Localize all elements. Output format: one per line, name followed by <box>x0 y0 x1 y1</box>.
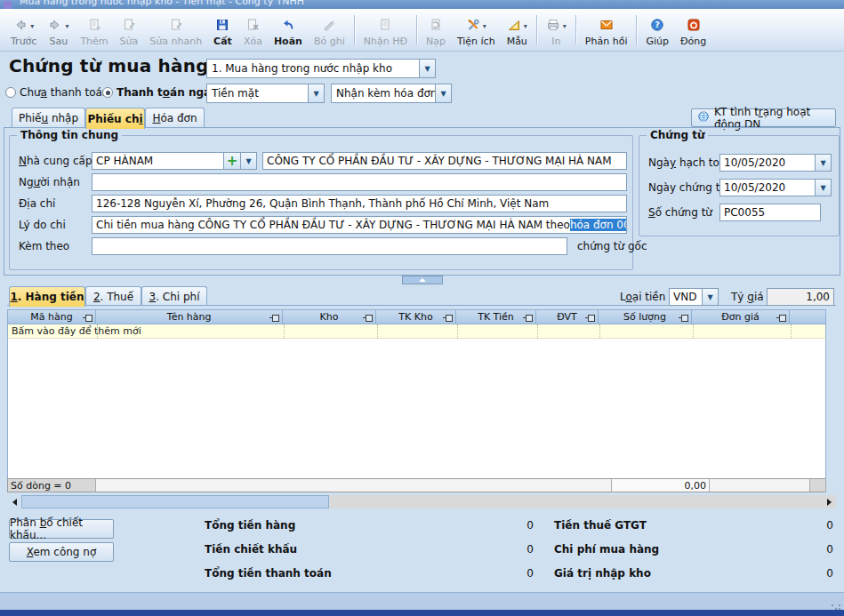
allocate-discount-button[interactable]: Phân bổ chiết khấu... <box>9 519 114 539</box>
reason-input[interactable]: Chi tiền mua hàng CÔNG TY CỔ PHẦN ĐẦU TƯ… <box>92 216 627 234</box>
chevron-down-icon[interactable]: ▾ <box>483 22 486 30</box>
check-business-status-button[interactable]: KT tình trạng hoạt động DN <box>691 108 836 127</box>
chevron-down-icon[interactable]: ▾ <box>65 22 68 30</box>
chevron-down-icon[interactable]: ▼ <box>815 155 831 171</box>
collapse-splitter-handle[interactable] <box>402 276 443 284</box>
scroll-left-button[interactable] <box>7 495 21 508</box>
pin-icon[interactable] <box>366 315 373 322</box>
summary-corner-cell <box>810 478 826 492</box>
tab-label: 2. Thuế <box>93 291 133 303</box>
resize-grip[interactable] <box>832 604 833 606</box>
add-supplier-plus-icon[interactable]: + <box>223 153 240 169</box>
page-title: Chứng từ mua hàng <box>9 55 209 76</box>
toolbar-button-close[interactable]: Đóng <box>675 11 711 49</box>
voucher-type-select[interactable]: 1. Mua hàng trong nước nhập kho ▼ <box>206 59 436 78</box>
pin-icon[interactable] <box>779 315 786 322</box>
chevron-down-icon[interactable]: ▼ <box>308 84 324 102</box>
supplier-combo[interactable]: CP HÀNAM + ▼ <box>92 152 257 170</box>
column-header-don-gia[interactable]: Đơn giá <box>692 309 790 324</box>
column-header-dvt[interactable]: ĐVT <box>536 309 599 324</box>
pin-icon[interactable] <box>681 315 688 322</box>
back-arrow-icon <box>13 18 28 35</box>
toolbar-button-help[interactable]: ? Giúp <box>640 11 674 49</box>
add-document-icon <box>87 18 101 35</box>
pin-icon[interactable] <box>446 315 453 322</box>
posting-date-picker[interactable]: 10/05/2020 ▼ <box>719 154 832 172</box>
tab-phieu-chi[interactable]: Phiếu chi <box>85 108 145 129</box>
window-titlebar[interactable]: Mua hàng trong nước nhập kho - Tiền mặt … <box>0 0 844 9</box>
toolbar-button-label: Nạp <box>426 36 446 47</box>
currency-select[interactable]: VND ▼ <box>669 288 719 306</box>
horizontal-scrollbar[interactable] <box>7 495 836 508</box>
column-header-ten-hang[interactable]: Tên hàng <box>96 309 283 324</box>
doc-no-input[interactable]: PC0055 <box>719 204 821 221</box>
window-icon <box>4 1 12 9</box>
chevron-down-icon[interactable]: ▼ <box>815 180 831 196</box>
pin-icon[interactable] <box>85 315 92 322</box>
view-debt-button[interactable]: Xem công nợ <box>9 542 114 562</box>
pin-icon[interactable] <box>272 315 279 322</box>
tab-hang-tien[interactable]: 1. Hàng tiền <box>9 286 85 307</box>
column-header-tk-kho[interactable]: TK Kho <box>376 309 456 324</box>
toolbar-button-utilities[interactable]: ▾ Tiện ích <box>452 11 501 49</box>
supplier-label: Nhà cung cấp <box>19 155 92 167</box>
attach-label: Kèm theo <box>19 240 69 252</box>
tab-thue[interactable]: 2. Thuế <box>85 286 141 306</box>
column-header-tk-tien[interactable]: TK Tiền <box>456 309 536 324</box>
scroll-right-button[interactable] <box>822 495 836 508</box>
doc-date-picker[interactable]: 10/05/2020 ▼ <box>719 179 832 196</box>
column-header-ma-hang[interactable]: Mã hàng <box>7 309 96 324</box>
toolbar-button-next[interactable]: ▾ Sau <box>43 11 74 49</box>
supplier-code-value: CP HÀNAM <box>92 153 223 169</box>
toolbar-button-label: Nhận HĐ <box>364 36 407 47</box>
radio-pay-now[interactable]: Thanh toán ngay <box>102 86 218 99</box>
scrollbar-thumb[interactable] <box>21 495 329 508</box>
pin-icon[interactable] <box>526 315 533 322</box>
window-frame-bottom <box>0 610 844 616</box>
scrollbar-track[interactable] <box>329 495 822 508</box>
supplier-name-input[interactable]: CÔNG TY CỔ PHẦN ĐẦU TƯ - XÂY DỰNG - THƯƠ… <box>262 152 627 170</box>
toolbar-button-label: Cất <box>213 36 232 47</box>
status-bar <box>0 592 844 611</box>
column-header-partial[interactable] <box>790 309 826 324</box>
group-chung-tu: Chứng từ Ngày hạch toán 10/05/2020 ▼ Ngà… <box>639 135 840 236</box>
toolbar-button-label: Xóa <box>244 36 262 47</box>
chevron-down-icon[interactable]: ▼ <box>435 84 451 102</box>
toolbar-button-label: Sửa <box>120 36 139 47</box>
toolbar-button-templates[interactable]: ▾ Mẫu <box>502 11 533 49</box>
chevron-down-icon[interactable]: ▼ <box>419 60 435 77</box>
column-header-kho[interactable]: Kho <box>283 309 376 324</box>
globe-icon <box>697 110 710 125</box>
reason-label: Lý do chi <box>19 219 66 231</box>
chevron-down-icon[interactable]: ▼ <box>702 289 718 305</box>
toolbar-button-save[interactable]: Cất <box>208 11 237 49</box>
payment-method-select[interactable]: Tiền mặt ▼ <box>206 84 325 103</box>
address-input[interactable]: 126-128 Nguyễn Xí, Phường 26, Quận Bình … <box>92 195 627 212</box>
voucher-type-value: 1. Mua hàng trong nước nhập kho <box>207 60 419 77</box>
radio-not-paid[interactable]: Chưa thanh toán <box>5 86 109 99</box>
grid-summary-row: Số dòng = 0 0,00 <box>7 478 826 492</box>
toolbar-button-feedback[interactable]: Phản hồi <box>580 11 633 49</box>
button-label: Xem công nợ <box>27 546 97 558</box>
chevron-down-icon[interactable]: ▼ <box>240 153 256 169</box>
attach-input[interactable] <box>92 237 567 255</box>
toolbar-button-postpone[interactable]: Hoãn <box>269 11 308 49</box>
vat-value: 0 <box>780 519 833 532</box>
toolbar-button-unpost: Bỏ ghi <box>309 11 350 49</box>
grid-body[interactable] <box>7 339 826 478</box>
tab-phieu-nhap[interactable]: Phiếu nhập <box>12 108 85 128</box>
chevron-down-icon[interactable]: ▾ <box>30 22 34 30</box>
tab-hoa-don[interactable]: Hóa đơn <box>145 108 205 128</box>
column-header-so-luong[interactable]: Số lượng <box>599 309 692 324</box>
envelope-icon <box>599 18 614 35</box>
chevron-down-icon[interactable]: ▾ <box>524 22 527 30</box>
total-goods-value: 0 <box>480 519 534 532</box>
toolbar-button-label: Tiện ích <box>457 36 495 47</box>
grid-add-new-row[interactable]: Bấm vào đây để thêm mới <box>7 324 826 339</box>
tab-chi-phi[interactable]: 3. Chi phí <box>141 286 207 306</box>
help-question-icon: ? <box>650 18 664 35</box>
receiver-input[interactable] <box>92 173 627 191</box>
pin-icon[interactable] <box>588 315 595 322</box>
invoice-option-select[interactable]: Nhận kèm hóa đơn ▼ <box>331 84 452 103</box>
toolbar-button-previous[interactable]: ▾ Trước <box>5 11 42 49</box>
